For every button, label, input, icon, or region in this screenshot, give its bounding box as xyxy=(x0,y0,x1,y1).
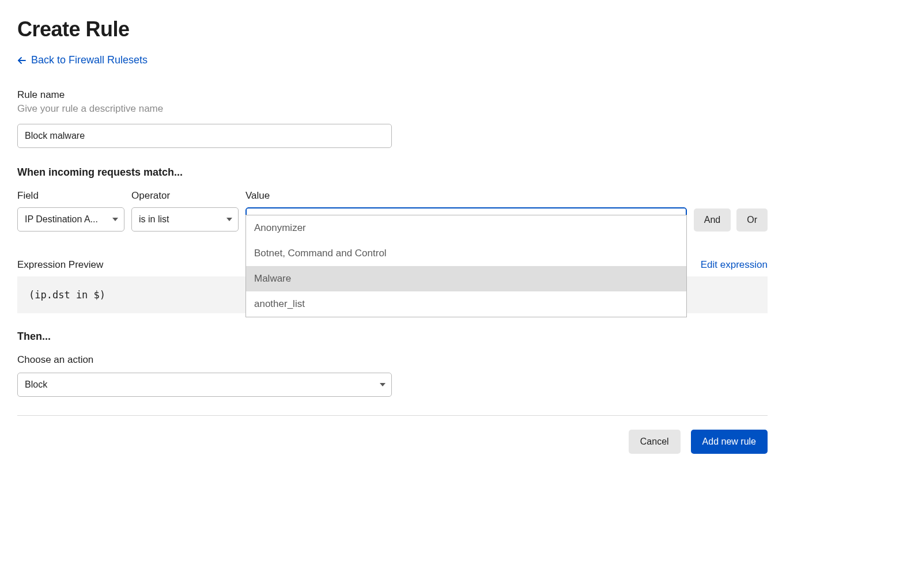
expression-preview-label: Expression Preview xyxy=(17,259,103,271)
and-button[interactable]: And xyxy=(694,208,731,232)
page-title: Create Rule xyxy=(17,17,768,41)
field-select[interactable]: IP Destination A... xyxy=(17,207,124,232)
back-link-text: Back to Firewall Rulesets xyxy=(31,54,148,66)
match-header: When incoming requests match... xyxy=(17,166,768,179)
operator-select[interactable]: is in list xyxy=(131,207,239,232)
add-rule-button[interactable]: Add new rule xyxy=(691,430,768,454)
operator-select-value: is in list xyxy=(139,214,169,225)
action-label: Choose an action xyxy=(17,354,768,366)
chevron-down-icon xyxy=(380,383,386,386)
chevron-down-icon xyxy=(226,218,232,221)
chevron-down-icon xyxy=(112,218,118,221)
value-option[interactable]: Botnet, Command and Control xyxy=(246,241,686,266)
value-option[interactable]: Anonymizer xyxy=(246,215,686,241)
operator-column-label: Operator xyxy=(131,190,239,202)
value-dropdown: AnonymizerBotnet, Command and ControlMal… xyxy=(245,215,687,317)
action-select-value: Block xyxy=(25,380,47,390)
value-option[interactable]: another_list xyxy=(246,291,686,317)
action-select[interactable]: Block xyxy=(17,373,392,397)
rule-name-input[interactable] xyxy=(17,124,392,148)
divider xyxy=(17,415,768,416)
back-link[interactable]: Back to Firewall Rulesets xyxy=(17,54,148,66)
field-select-value: IP Destination A... xyxy=(25,214,98,225)
then-header: Then... xyxy=(17,331,768,343)
edit-expression-link[interactable]: Edit expression xyxy=(701,259,768,271)
value-column-label: Value xyxy=(245,190,687,202)
value-option[interactable]: Malware xyxy=(246,266,686,291)
cancel-button[interactable]: Cancel xyxy=(629,430,681,454)
or-button[interactable]: Or xyxy=(736,208,768,232)
arrow-left-icon xyxy=(17,56,27,65)
rule-name-label: Rule name xyxy=(17,89,768,101)
rule-name-help: Give your rule a descriptive name xyxy=(17,103,768,115)
field-column-label: Field xyxy=(17,190,124,202)
